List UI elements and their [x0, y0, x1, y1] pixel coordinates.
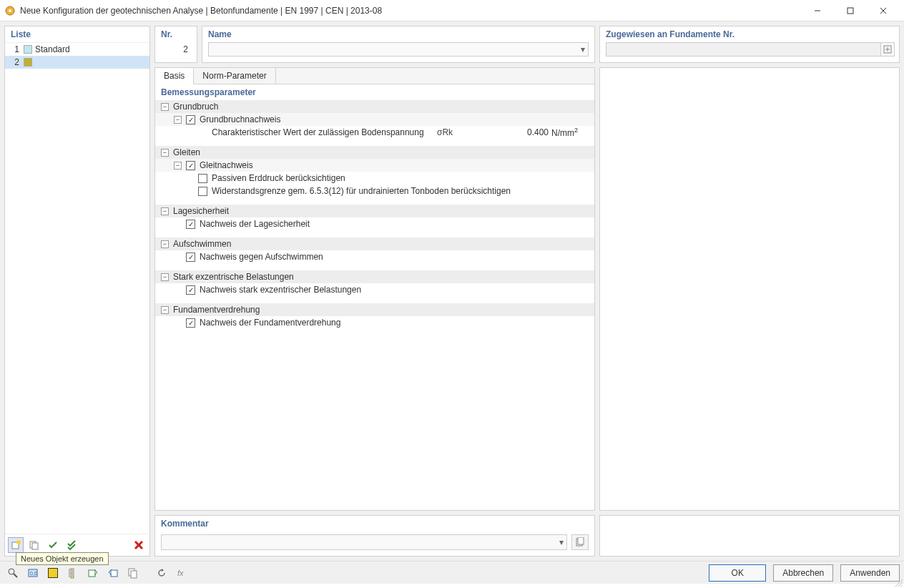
- collapse-icon[interactable]: −: [174, 116, 182, 124]
- collapse-icon[interactable]: −: [161, 240, 169, 248]
- tab-basis[interactable]: Basis: [155, 68, 194, 84]
- param-group-title: Stark exzentrische Belastungen: [173, 272, 594, 282]
- svg-rect-9: [32, 543, 38, 549]
- param-label: Widerstandsgrenze gem. 6.5.3(12) für und…: [212, 186, 594, 196]
- dropdown-icon: ▾: [559, 537, 564, 547]
- param-group-title: Fundamentverdrehung: [173, 305, 594, 315]
- main-area: Nr. 2 Name ▾ Zugewiesen an Fundamente Nr…: [154, 26, 900, 557]
- tree-button[interactable]: [64, 564, 82, 582]
- reset-button[interactable]: [153, 564, 170, 582]
- name-box: Name ▾: [202, 26, 595, 63]
- copy-item-button[interactable]: [26, 537, 42, 553]
- list-panel: Liste 1 Standard 2: [4, 26, 150, 557]
- function-button[interactable]: fx: [173, 564, 190, 582]
- param-group[interactable]: −Fundamentverdrehung: [155, 303, 594, 316]
- footer: 0,0 fx OK Abbrechen Anwenden: [0, 561, 904, 584]
- checkbox[interactable]: [198, 187, 207, 196]
- param-group[interactable]: −Grundbruch: [155, 100, 594, 113]
- svg-rect-24: [71, 576, 74, 578]
- app-icon: [4, 5, 16, 16]
- param-group[interactable]: −Stark exzentrische Belastungen: [155, 270, 594, 283]
- list-item[interactable]: 2: [5, 56, 149, 69]
- assigned-input[interactable]: [606, 42, 893, 57]
- param-label: Gleitnachweis: [200, 160, 594, 170]
- svg-text:0,0: 0,0: [30, 571, 37, 576]
- tab-norm[interactable]: Norm-Parameter: [194, 68, 275, 84]
- param-row: Charakteristischer Wert der zulässigen B…: [155, 126, 594, 139]
- comment-side-panel: [599, 515, 900, 557]
- nr-box: Nr. 2: [154, 26, 197, 63]
- param-symbol: σRk: [437, 127, 494, 137]
- close-button[interactable]: [867, 1, 900, 21]
- collapse-icon[interactable]: −: [161, 306, 169, 314]
- svg-marker-29: [162, 569, 164, 572]
- color-button[interactable]: [44, 564, 62, 582]
- collapse-icon[interactable]: −: [161, 207, 169, 215]
- param-unit: N/mm2: [551, 127, 594, 138]
- svg-text:fx: fx: [177, 569, 184, 577]
- copy-button[interactable]: [124, 564, 142, 582]
- checkbox[interactable]: [186, 220, 195, 229]
- param-group-title: Lagesicherheit: [173, 206, 594, 216]
- svg-point-1: [9, 9, 11, 12]
- checkbox[interactable]: [198, 174, 207, 183]
- list-item-swatch: [24, 45, 32, 54]
- find-button[interactable]: [4, 564, 21, 582]
- svg-rect-26: [111, 570, 117, 577]
- name-input[interactable]: ▾: [208, 42, 589, 57]
- apply-button[interactable]: Anwenden: [840, 564, 900, 582]
- param-value[interactable]: 0.400: [494, 127, 551, 137]
- import-button[interactable]: [104, 564, 122, 582]
- svg-rect-28: [131, 571, 137, 578]
- collapse-icon[interactable]: −: [174, 162, 182, 170]
- svg-rect-3: [848, 8, 853, 14]
- param-label: Grundbruchnachweis: [200, 114, 594, 124]
- check-button-1[interactable]: [45, 537, 61, 553]
- list-heading: Liste: [5, 26, 149, 43]
- comment-label: Kommentar: [161, 519, 589, 529]
- list-item-swatch: [24, 58, 32, 67]
- checkbox[interactable]: [186, 161, 195, 170]
- param-group[interactable]: −Aufschwimmen: [155, 237, 594, 250]
- param-group-title: Aufschwimmen: [173, 239, 594, 249]
- checkbox[interactable]: [186, 318, 195, 328]
- units-button[interactable]: 0,0: [24, 564, 41, 582]
- dropdown-icon: ▾: [581, 44, 585, 54]
- list-item[interactable]: 1 Standard: [5, 43, 149, 56]
- assign-select-button[interactable]: [880, 42, 895, 57]
- check-button-2[interactable]: [64, 537, 79, 553]
- param-group[interactable]: −Lagesicherheit: [155, 205, 594, 217]
- new-item-button[interactable]: [8, 537, 24, 553]
- comment-library-button[interactable]: [571, 534, 589, 550]
- ok-button[interactable]: OK: [709, 564, 766, 582]
- collapse-icon[interactable]: −: [161, 103, 169, 111]
- window-buttons: [801, 1, 900, 21]
- param-row: Nachweis der Lagesicherheit: [155, 217, 594, 230]
- svg-rect-22: [71, 569, 74, 571]
- assigned-label: Zugewiesen an Fundamente Nr.: [606, 29, 893, 39]
- checkbox[interactable]: [186, 285, 195, 295]
- export-button[interactable]: [84, 564, 102, 582]
- delete-item-button[interactable]: [131, 537, 147, 553]
- param-row: Passiven Erddruck berücksichtigen: [155, 172, 594, 185]
- collapse-icon[interactable]: −: [161, 273, 169, 281]
- svg-rect-16: [578, 537, 584, 544]
- nr-value: 2: [161, 42, 191, 57]
- maximize-button[interactable]: [834, 1, 867, 21]
- svg-line-18: [14, 574, 17, 577]
- titlebar: Neue Konfiguration der geotechnischen An…: [0, 0, 904, 21]
- param-group[interactable]: −Gleiten: [155, 146, 594, 159]
- nr-label: Nr.: [161, 29, 191, 39]
- comment-input[interactable]: ▾: [161, 534, 567, 550]
- list-item-name: Standard: [35, 44, 70, 54]
- checkbox[interactable]: [186, 253, 195, 262]
- param-content: Bemessungsparameter −Grundbruch−Grundbru…: [155, 84, 594, 510]
- resize-grip[interactable]: [894, 578, 903, 587]
- cancel-button[interactable]: Abbrechen: [773, 564, 833, 582]
- minimize-button[interactable]: [801, 1, 834, 21]
- param-row: Nachweis der Fundamentverdrehung: [155, 316, 594, 329]
- window-title: Neue Konfiguration der geotechnischen An…: [20, 6, 801, 16]
- collapse-icon[interactable]: −: [161, 149, 169, 157]
- checkbox[interactable]: [186, 115, 195, 124]
- param-area: Basis Norm-Parameter Bemessungsparameter…: [154, 67, 595, 511]
